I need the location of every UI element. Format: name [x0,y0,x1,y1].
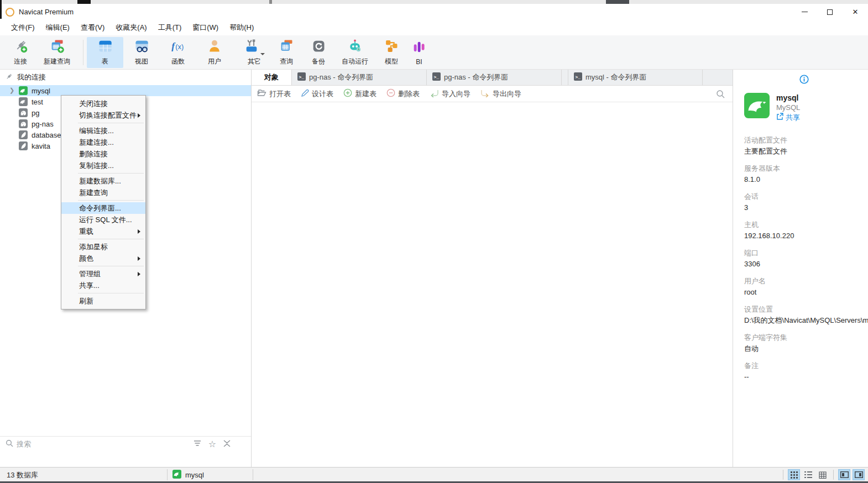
table-icon [97,38,113,55]
import-arrow-icon [430,89,439,99]
info-icon[interactable] [799,75,809,86]
detail-view-button[interactable] [817,469,829,480]
collapse-all-icon[interactable] [223,440,231,449]
tree-item-label: test [32,98,43,106]
toolbar-functions-button[interactable]: f(x) 函数 [160,37,196,68]
menu-item-duplicate-connection[interactable]: 复制连接... [61,160,145,171]
menu-separator [78,239,144,239]
title-bar: Navicat Premium ✕ [0,4,868,20]
tab-cli-mysql[interactable]: >_ mysql - 命令列界面 [568,70,703,85]
menu-help[interactable]: 帮助(H) [224,20,259,35]
svg-text:(x): (x) [175,43,184,51]
menu-item-add-star[interactable]: 添加星标 [61,241,145,253]
field-label: 备注 [744,360,868,371]
grid-view-button[interactable] [788,469,800,480]
status-connection: mysql [172,470,204,480]
field-value: 主要配置文件 [744,146,868,157]
menu-item-edit-connection[interactable]: 编辑连接... [61,125,145,136]
tab-objects[interactable]: 对象 [252,70,292,85]
menu-item-switch-profile[interactable]: 切换连接配置文件 [61,109,145,121]
left-pane-toggle[interactable] [838,469,850,480]
field-value: 3 [744,202,868,213]
connection-icon [13,38,28,55]
menu-view[interactable]: 查看(V) [75,20,110,35]
field-label: 服务器版本 [744,163,868,174]
menu-item-new-database[interactable]: 新建数据库... [61,175,145,187]
status-divider [167,469,168,480]
tab-label: pg-nas - 命令列界面 [309,72,373,82]
toolbar-connection-button[interactable]: 连接 [7,37,34,68]
toolbar-model-button[interactable]: 模型 [378,37,405,68]
background-fragment [606,0,629,4]
toolbar-others-button[interactable]: 其它 [240,37,268,68]
bi-icon [411,39,427,56]
menu-item-new-query[interactable]: 新建查询 [61,187,145,198]
open-table-button[interactable]: 打开表 [257,89,291,99]
status-divider [253,469,253,480]
menu-item-delete-connection[interactable]: 删除连接 [61,148,145,160]
sort-icon[interactable] [193,440,202,448]
menu-separator [78,293,144,293]
menu-item-share[interactable]: 共享... [61,280,145,291]
menu-item-new-connection[interactable]: 新建连接... [61,136,145,148]
submenu-arrow-icon [138,113,140,118]
new-table-button[interactable]: 新建表 [343,88,377,99]
menu-item-reload[interactable]: 重载 [61,225,145,237]
toolbar-label: 自动运行 [342,57,368,66]
menu-window[interactable]: 窗口(W) [187,20,224,35]
share-link[interactable]: 共享 [776,113,800,123]
menu-edit[interactable]: 编辑(E) [40,20,75,35]
tab-cli-pg-nas-2[interactable]: >_ pg-nas - 命令列界面 [427,70,562,85]
field-value: -- [744,371,868,382]
menu-item-manage-group[interactable]: 管理组 [61,268,145,280]
import-wizard-button[interactable]: 导入向导 [430,89,470,99]
toolbar-views-button[interactable]: 视图 [123,37,160,68]
right-pane-toggle[interactable] [853,469,865,480]
toolbar-users-button[interactable]: 用户 [196,37,233,68]
tree-item-label: pg [32,109,39,117]
tab-cli-pg-nas-1[interactable]: >_ pg-nas - 命令列界面 [292,70,427,85]
search-input[interactable] [17,440,193,448]
toolbar-new-query-button[interactable]: 新建查询 [34,37,80,68]
query-icon [279,38,294,55]
tree-item-mysql[interactable]: ❯ mysql [0,85,251,96]
menu-item-color[interactable]: 颜色 [61,253,145,264]
sqlite-icon [19,141,28,150]
menu-file[interactable]: 文件(F) [6,20,40,35]
connection-name: mysql [776,93,800,103]
toolbar-tables-button[interactable]: 表 [87,37,123,68]
mysql-icon [744,93,770,118]
toolbar-bi-button[interactable]: BI [405,37,433,68]
menu-item-refresh[interactable]: 刷新 [61,295,145,307]
toolbar-label: 备份 [312,57,325,66]
list-view-icon [804,471,812,478]
minimize-button[interactable] [792,4,817,20]
star-icon[interactable]: ☆ [208,439,216,449]
toolbar-queries-button[interactable]: 查询 [268,37,305,68]
share-icon [776,113,783,123]
object-search-icon[interactable] [716,90,725,100]
toolbar-label: 查询 [280,57,293,66]
connection-context-menu: 关闭连接 切换连接配置文件 编辑连接... 新建连接... 删除连接 复制连接.… [61,95,146,309]
tab-bar: 对象 >_ pg-nas - 命令列界面 >_ pg-nas - 命令列界面 >… [252,70,733,86]
menu-item-run-sql-file[interactable]: 运行 SQL 文件... [61,214,145,225]
menu-favorites[interactable]: 收藏夹(A) [110,20,152,35]
tab-label: 对象 [264,72,279,82]
design-table-button[interactable]: 设计表 [301,89,333,99]
tree-item-label: kavita [32,142,50,150]
menu-item-label: 颜色 [79,254,93,262]
field-label: 客户端字符集 [744,332,868,343]
expand-chevron-icon[interactable]: ❯ [9,87,14,94]
list-view-button[interactable] [802,469,814,480]
field-value: 3306 [744,259,868,270]
close-button[interactable]: ✕ [843,4,868,20]
menu-item-close-connection[interactable]: 关闭连接 [61,98,145,109]
toolbar-automation-button[interactable]: 自动运行 [332,37,378,68]
menu-item-command-line-interface[interactable]: 命令列界面... [61,202,145,214]
button-label: 打开表 [269,89,291,99]
delete-table-button[interactable]: 删除表 [386,88,420,99]
export-wizard-button[interactable]: 导出向导 [480,89,521,99]
maximize-button[interactable] [817,4,843,20]
toolbar-backup-button[interactable]: 备份 [305,37,332,68]
menu-tools[interactable]: 工具(T) [153,20,187,35]
